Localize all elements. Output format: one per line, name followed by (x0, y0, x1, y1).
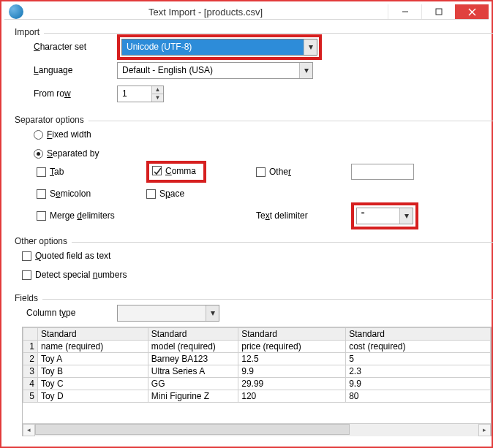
other-options-group: Other options Quoted field as text Detec… (15, 236, 493, 289)
row-number: 1 (23, 341, 38, 353)
table-header-row: Standard Standard Standard Standard (23, 328, 491, 341)
table-cell[interactable]: model (required) (148, 341, 238, 353)
table-cell[interactable]: name (required) (37, 341, 148, 353)
language-value: Default - English (USA) (118, 65, 299, 75)
column-type-label: Column type (22, 308, 117, 318)
table-row[interactable]: 1name (required)model (required)price (r… (23, 341, 491, 353)
chevron-down-icon: ▾ (206, 305, 219, 321)
spinner-up-icon[interactable]: ▲ (152, 86, 163, 94)
chevron-down-icon[interactable]: ▾ (304, 39, 317, 55)
row-number: 5 (23, 390, 38, 403)
table-cell[interactable]: GG (148, 378, 238, 390)
column-header[interactable]: Standard (238, 328, 346, 341)
import-group: Import Character set Unicode (UTF-8) ▾ L… (15, 27, 493, 110)
table-cell[interactable]: Barney BA123 (148, 353, 238, 365)
table-cell[interactable]: Ultra Series A (148, 365, 238, 378)
separator-group: Separator options Fixed width Separated … (15, 115, 493, 232)
table-cell[interactable]: Mini Figurine Z (148, 390, 238, 403)
chevron-down-icon[interactable]: ▾ (399, 208, 413, 224)
row-number: 3 (23, 365, 38, 378)
table-cell[interactable]: 120 (238, 390, 346, 403)
column-header[interactable]: Standard (346, 328, 491, 341)
table-cell[interactable]: 5 (346, 353, 491, 365)
fields-group: Fields Column type ▾ (15, 293, 493, 444)
table-cell[interactable]: Toy C (37, 378, 148, 390)
language-label: Language (22, 65, 117, 75)
column-header[interactable]: Standard (148, 328, 238, 341)
charset-label: Character set (22, 42, 117, 52)
table-row[interactable]: 2Toy ABarney BA12312.55 (23, 353, 491, 365)
scroll-left-icon[interactable]: ◂ (23, 424, 35, 436)
column-header[interactable]: Standard (37, 328, 148, 341)
fixed-width-radio[interactable]: Fixed width (34, 129, 91, 140)
scroll-right-icon[interactable]: ▸ (478, 424, 491, 436)
import-group-title: Import (15, 27, 44, 37)
table-cell[interactable]: 9.9 (346, 378, 491, 390)
language-combo[interactable]: Default - English (USA) ▾ (117, 62, 313, 79)
table-row[interactable]: 3Toy BUltra Series A9.92.3 (23, 365, 491, 378)
table-cell[interactable]: Toy A (37, 353, 148, 365)
app-icon (9, 4, 23, 19)
title-bar: Text Import - [products.csv] (4, 4, 489, 20)
minimize-button[interactable] (388, 4, 421, 19)
text-delimiter-label: Text delimiter (256, 210, 308, 221)
svg-rect-1 (436, 9, 442, 15)
table-cell[interactable]: 80 (346, 390, 491, 403)
detect-special-checkbox[interactable]: Detect special numbers (22, 270, 127, 280)
column-type-combo: ▾ (117, 305, 219, 322)
quoted-field-checkbox[interactable]: Quoted field as text (22, 251, 110, 261)
scrollbar-thumb[interactable] (35, 424, 350, 435)
comma-checkbox[interactable]: Comma (152, 166, 196, 176)
preview-table[interactable]: Standard Standard Standard Standard 1nam… (22, 327, 492, 436)
other-checkbox[interactable]: Other (256, 167, 291, 177)
table-cell[interactable]: cost (required) (346, 341, 491, 353)
horizontal-scrollbar[interactable]: ◂ ▸ (23, 423, 491, 436)
separated-by-radio[interactable]: Separated by (34, 148, 99, 159)
table-row[interactable]: 5Toy DMini Figurine Z12080 (23, 390, 491, 403)
fields-group-title: Fields (15, 293, 42, 303)
maximize-button[interactable] (421, 4, 455, 19)
space-checkbox[interactable]: Space (146, 189, 184, 199)
spinner-down-icon[interactable]: ▼ (152, 94, 163, 102)
table-cell[interactable]: 2.3 (346, 365, 491, 378)
charset-combo[interactable]: Unicode (UTF-8) ▾ (121, 39, 317, 56)
charset-value: Unicode (UTF-8) (122, 42, 304, 52)
other-group-title: Other options (15, 236, 72, 246)
from-row-value[interactable]: 1 (118, 86, 151, 102)
chevron-down-icon[interactable]: ▾ (299, 63, 312, 78)
window-title: Text Import - [products.csv] (23, 7, 388, 18)
tab-checkbox[interactable]: Tab (37, 167, 64, 177)
from-row-label: From row (22, 88, 117, 99)
row-number: 4 (23, 378, 38, 390)
other-delimiter-input[interactable] (351, 164, 414, 180)
table-cell[interactable]: 29.99 (238, 378, 346, 390)
table-cell[interactable]: 12.5 (238, 353, 346, 365)
row-number: 2 (23, 353, 38, 365)
table-cell[interactable]: Toy B (37, 365, 148, 378)
semicolon-checkbox[interactable]: Semicolon (37, 189, 91, 199)
merge-delimiters-checkbox[interactable]: Merge delimiters (37, 210, 115, 221)
close-button[interactable] (455, 4, 489, 19)
from-row-spinner[interactable]: 1 ▲ ▼ (117, 86, 164, 102)
table-cell[interactable]: price (required) (238, 341, 346, 353)
table-row[interactable]: 4Toy CGG29.999.9 (23, 378, 491, 390)
table-cell[interactable]: Toy D (37, 390, 148, 403)
text-delimiter-combo[interactable]: " ▾ (356, 208, 413, 224)
text-delimiter-value: " (357, 210, 399, 221)
table-cell[interactable]: 9.9 (238, 365, 346, 378)
separator-group-title: Separator options (15, 115, 89, 125)
